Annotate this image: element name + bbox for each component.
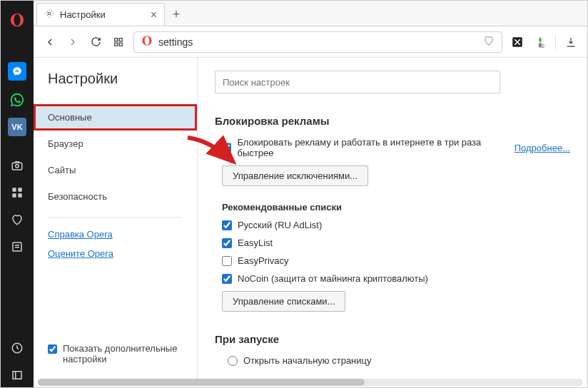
- downloads-icon[interactable]: [563, 34, 579, 50]
- speed-dial-button[interactable]: [111, 34, 126, 50]
- gear-icon: [44, 9, 54, 21]
- camera-icon[interactable]: [5, 153, 29, 178]
- sidebar-link-help[interactable]: Справка Opera: [34, 225, 197, 244]
- news-icon[interactable]: [5, 235, 29, 259]
- sidebar-item-sites[interactable]: Сайты: [34, 157, 197, 183]
- address-text: settings: [158, 36, 193, 48]
- tab-settings[interactable]: Настройки ×: [36, 3, 165, 26]
- sidebar-toggle-icon[interactable]: [5, 363, 29, 387]
- list-row-nocoin[interactable]: NoCoin (защита от майнинга криптовалюты): [222, 273, 570, 284]
- heart-icon[interactable]: [5, 208, 29, 232]
- list-row-easyprivacy[interactable]: EasyPrivacy: [222, 255, 570, 266]
- vk-icon[interactable]: VK: [8, 118, 26, 136]
- list-row-ru[interactable]: Русский (RU AdList): [222, 220, 570, 230]
- scrollbar-thumb[interactable]: [38, 379, 365, 386]
- back-button[interactable]: [42, 34, 58, 50]
- browser-left-rail: VK: [1, 1, 34, 387]
- manage-lists-button[interactable]: Управление списками...: [222, 291, 345, 312]
- show-advanced-checkbox[interactable]: Показать дополнительные настройки: [34, 343, 197, 379]
- messenger-icon[interactable]: [8, 62, 26, 81]
- list-row-easylist[interactable]: EasyList: [222, 238, 570, 248]
- whatsapp-icon[interactable]: [5, 88, 29, 112]
- svg-rect-19: [115, 38, 118, 41]
- startup-open-start-row[interactable]: Открыть начальную страницу: [228, 355, 570, 366]
- tab-close-icon[interactable]: ×: [151, 9, 157, 21]
- adblock-enable-row[interactable]: Блокировать рекламу и работать в интерне…: [222, 137, 570, 158]
- svg-rect-5: [18, 188, 21, 191]
- search-settings-input[interactable]: [215, 71, 500, 93]
- settings-title: Настройки: [34, 71, 197, 104]
- svg-rect-4: [12, 188, 16, 191]
- reload-button[interactable]: [88, 34, 103, 50]
- svg-rect-12: [13, 372, 21, 379]
- speed-dial-icon[interactable]: [5, 180, 29, 205]
- svg-rect-2: [12, 163, 22, 170]
- settings-content: Настройки Основные Браузер Сайты Безопас…: [34, 58, 587, 379]
- new-tab-button[interactable]: +: [165, 3, 188, 26]
- tab-bar: Настройки × +: [34, 1, 587, 26]
- forward-button[interactable]: [65, 34, 81, 50]
- manage-exceptions-button[interactable]: Управление исключениями...: [222, 165, 368, 186]
- sidebar-item-security[interactable]: Безопасность: [34, 183, 197, 210]
- svg-rect-20: [119, 38, 122, 41]
- extension-icon-2[interactable]: 2: [532, 34, 548, 50]
- svg-point-3: [16, 165, 19, 168]
- sidebar-item-browser[interactable]: Браузер: [34, 131, 197, 157]
- adblock-enable-checkbox[interactable]: [222, 143, 231, 153]
- settings-sidebar: Настройки Основные Браузер Сайты Безопас…: [34, 58, 198, 379]
- opera-logo-icon[interactable]: [5, 8, 29, 32]
- svg-text:2: 2: [542, 43, 544, 48]
- bookmark-heart-icon[interactable]: [483, 35, 495, 48]
- sidebar-link-rate[interactable]: Оцените Opera: [34, 244, 197, 263]
- recommended-lists-title: Рекомендованные списки: [222, 202, 570, 213]
- extension-icon-1[interactable]: [510, 34, 525, 50]
- horizontal-scrollbar[interactable]: [38, 379, 583, 386]
- svg-rect-7: [18, 193, 21, 197]
- address-bar: settings 2: [34, 26, 587, 58]
- tab-title: Настройки: [60, 9, 106, 20]
- settings-main: Блокировка рекламы Блокировать рекламу и…: [198, 58, 587, 379]
- clock-icon[interactable]: [5, 336, 29, 360]
- learn-more-link[interactable]: Подробнее...: [514, 143, 570, 153]
- svg-rect-22: [119, 43, 122, 46]
- address-field[interactable]: settings: [133, 31, 502, 53]
- sidebar-item-basic[interactable]: Основные: [34, 104, 197, 131]
- svg-point-24: [145, 36, 150, 45]
- opera-badge-icon: [141, 35, 153, 48]
- section-startup-title: При запуске: [215, 333, 570, 345]
- svg-rect-6: [12, 193, 16, 197]
- svg-rect-21: [115, 43, 118, 46]
- section-adblock-title: Блокировка рекламы: [215, 115, 570, 127]
- svg-point-1: [14, 14, 20, 26]
- advanced-checkbox-input[interactable]: [48, 344, 57, 354]
- svg-point-18: [48, 12, 51, 15]
